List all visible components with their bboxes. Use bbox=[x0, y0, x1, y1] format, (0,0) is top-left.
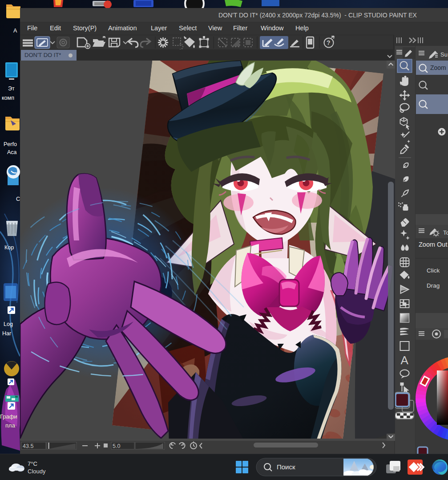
svg-text:Perfo: Perfo bbox=[4, 141, 17, 147]
svg-text:5.0: 5.0 bbox=[113, 443, 120, 449]
svg-text:43.5: 43.5 bbox=[23, 443, 33, 449]
svg-text:пла: пла bbox=[5, 422, 16, 429]
svg-text:Cloudy: Cloudy bbox=[28, 468, 46, 475]
svg-text:Кор: Кор bbox=[4, 244, 14, 251]
svg-text:Графи: Графи bbox=[0, 413, 17, 420]
svg-text:7°C: 7°C bbox=[28, 460, 37, 467]
svg-text:Zoom: Zoom bbox=[430, 64, 446, 71]
svg-text:Aca: Aca bbox=[7, 149, 17, 155]
svg-text:To: To bbox=[443, 229, 448, 236]
svg-text:?: ? bbox=[327, 39, 331, 46]
svg-text:Click: Click bbox=[427, 267, 440, 274]
svg-text:Эт: Эт bbox=[8, 85, 15, 92]
svg-text:A: A bbox=[13, 28, 17, 34]
svg-text:Drag: Drag bbox=[427, 282, 440, 289]
svg-text:Поиск: Поиск bbox=[277, 463, 295, 471]
svg-text:комп: комп bbox=[2, 95, 14, 101]
svg-text:Zoom Out: Zoom Out bbox=[419, 241, 447, 248]
svg-text:Har: Har bbox=[2, 330, 11, 337]
svg-text:Log: Log bbox=[4, 321, 13, 327]
svg-text:A: A bbox=[401, 354, 409, 367]
svg-text:C: C bbox=[16, 196, 20, 202]
svg-text:Su: Su bbox=[440, 51, 448, 58]
